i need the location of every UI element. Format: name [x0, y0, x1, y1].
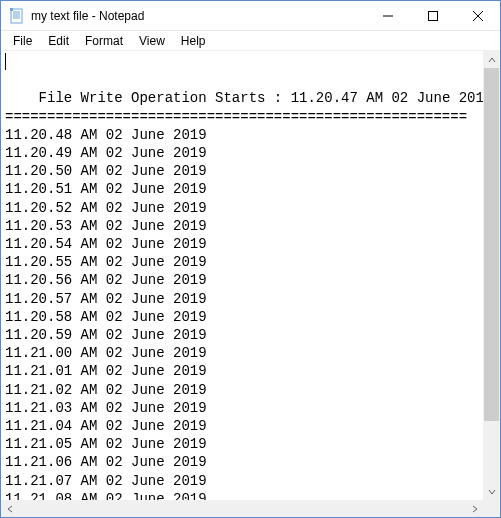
text-editor[interactable]: File Write Operation Starts : 11.20.47 A…	[1, 51, 483, 500]
text-caret	[5, 53, 6, 70]
scroll-right-arrow[interactable]	[466, 500, 483, 517]
close-icon	[473, 11, 483, 21]
chevron-left-icon	[6, 505, 14, 513]
scroll-left-arrow[interactable]	[1, 500, 18, 517]
app-icon	[9, 8, 25, 24]
svg-rect-5	[10, 8, 13, 11]
maximize-button[interactable]	[410, 1, 455, 30]
minimize-button[interactable]	[365, 1, 410, 30]
maximize-icon	[428, 11, 438, 21]
vertical-scrollbar[interactable]	[483, 51, 500, 500]
close-button[interactable]	[455, 1, 500, 30]
client-area: File Write Operation Starts : 11.20.47 A…	[1, 51, 500, 500]
scroll-corner	[483, 500, 500, 517]
minimize-icon	[383, 11, 393, 21]
menu-format[interactable]: Format	[77, 33, 131, 49]
menu-edit[interactable]: Edit	[40, 33, 77, 49]
scroll-thumb[interactable]	[484, 68, 499, 421]
chevron-right-icon	[471, 505, 479, 513]
window-controls	[365, 1, 500, 30]
chevron-up-icon	[488, 56, 496, 64]
menu-file[interactable]: File	[5, 33, 40, 49]
scroll-down-arrow[interactable]	[483, 483, 500, 500]
menu-bar: File Edit Format View Help	[1, 31, 500, 51]
scroll-track[interactable]	[483, 68, 500, 483]
window-title: my text file - Notepad	[31, 9, 365, 23]
notepad-window: my text file - Notepad File Edit Format …	[0, 0, 501, 518]
title-bar[interactable]: my text file - Notepad	[1, 1, 500, 31]
chevron-down-icon	[488, 488, 496, 496]
horizontal-scrollbar[interactable]	[1, 500, 500, 517]
menu-help[interactable]: Help	[173, 33, 214, 49]
scroll-up-arrow[interactable]	[483, 51, 500, 68]
svg-rect-7	[428, 11, 437, 20]
hscroll-track[interactable]	[18, 500, 466, 517]
menu-view[interactable]: View	[131, 33, 173, 49]
